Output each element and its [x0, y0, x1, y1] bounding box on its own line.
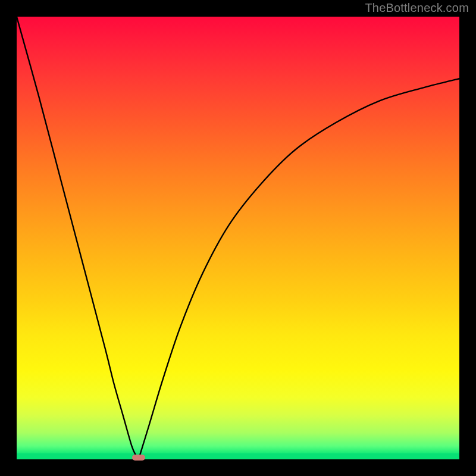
bottleneck-curve: [17, 17, 459, 459]
outer-frame: TheBottleneck.com: [0, 0, 476, 476]
watermark-text: TheBottleneck.com: [365, 1, 469, 15]
plot-area: [17, 17, 459, 459]
minimum-marker: [132, 455, 145, 461]
